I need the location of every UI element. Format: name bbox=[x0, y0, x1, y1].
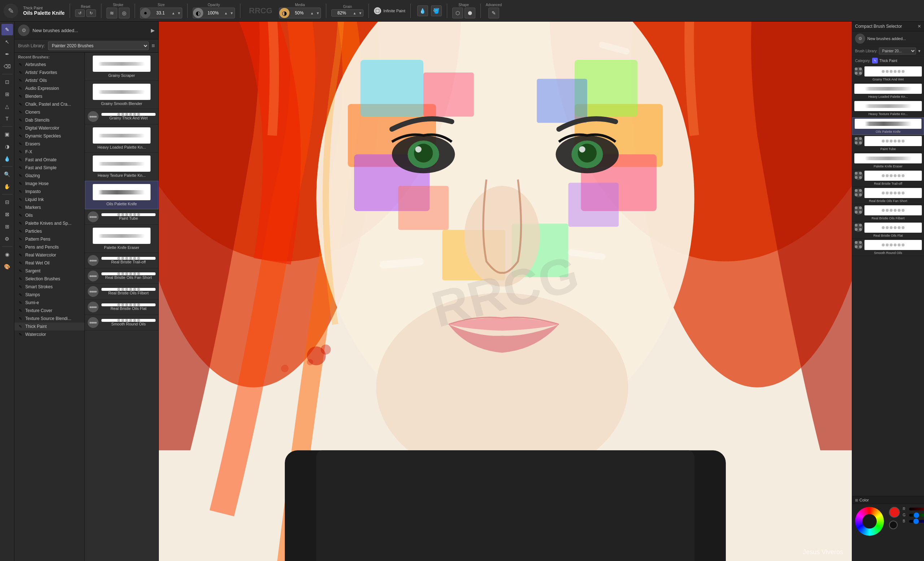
recent-item[interactable]: ✎ Stamps bbox=[14, 291, 84, 299]
recent-item[interactable]: ✎ Dynamic Speckles bbox=[14, 132, 84, 140]
media-up-btn[interactable]: ▲ bbox=[309, 11, 315, 15]
brush-item[interactable]: Grainy Thick And Wet bbox=[85, 109, 159, 124]
crop-tool-btn[interactable]: ⊡ bbox=[2, 76, 13, 88]
recent-item[interactable]: ✎ Sumi-e bbox=[14, 299, 84, 307]
eyedropper-btn[interactable]: 💧 bbox=[2, 153, 13, 165]
size-down-btn[interactable]: ▼ bbox=[176, 11, 182, 15]
recent-item[interactable]: ✎ Artists' Oils bbox=[14, 76, 84, 84]
grid-tool-btn[interactable]: ⊞ bbox=[2, 221, 13, 232]
recent-item[interactable]: ✎ Digital Watercolor bbox=[14, 124, 84, 132]
recent-item[interactable]: ✎ Erasers bbox=[14, 140, 84, 148]
opacity-up-btn[interactable]: ▲ bbox=[223, 11, 229, 15]
compact-close-btn[interactable]: ✕ bbox=[918, 24, 921, 29]
pen-tool-btn[interactable]: ✒ bbox=[2, 48, 13, 60]
media-down-btn[interactable]: ▼ bbox=[315, 11, 321, 15]
recent-item[interactable]: ✎ Audio Expression bbox=[14, 84, 84, 92]
size-up-btn[interactable]: ▲ bbox=[170, 11, 176, 15]
recent-item[interactable]: ✎ Pens and Pencils bbox=[14, 243, 84, 251]
recent-item[interactable]: ✎ Palette Knives and Sp... bbox=[14, 219, 84, 227]
mask-tool-btn[interactable]: ⊠ bbox=[2, 208, 13, 220]
recent-item[interactable]: ✎ Glazing bbox=[14, 172, 84, 180]
brush-item[interactable]: Heavy Texture Palette Kn... bbox=[85, 153, 159, 181]
recent-item[interactable]: ✎ Blenders bbox=[14, 92, 84, 100]
recent-item[interactable]: ✎ Liquid Ink bbox=[14, 196, 84, 203]
brush-item[interactable]: Grainy Smooth Blender bbox=[85, 81, 159, 109]
settings-tool-btn[interactable]: ⚙ bbox=[2, 233, 13, 245]
transform-tool-btn[interactable]: ⊞ bbox=[2, 88, 13, 100]
recent-item[interactable]: ✎ Dab Stencils bbox=[14, 116, 84, 124]
compact-brush-item[interactable]: Paint Tube bbox=[852, 135, 924, 152]
opacity-input[interactable] bbox=[203, 10, 223, 16]
recent-item[interactable]: ✎ Real Watercolor bbox=[14, 251, 84, 259]
brush-item[interactable]: Grainy Scraper bbox=[85, 53, 159, 81]
brush-item[interactable]: Paint Tube bbox=[85, 209, 159, 225]
recent-item[interactable]: ✎ Texture Cover bbox=[14, 307, 84, 314]
recent-item[interactable]: ✎ F-X bbox=[14, 148, 84, 156]
red-slider[interactable] bbox=[909, 508, 924, 510]
compact-brush-item[interactable]: Smooth Round Oils bbox=[852, 239, 924, 256]
current-color-swatch[interactable] bbox=[889, 507, 900, 518]
grain-down-btn[interactable]: ▼ bbox=[357, 11, 363, 15]
compact-lib-arrow[interactable]: ▼ bbox=[918, 49, 921, 53]
grain-input[interactable] bbox=[332, 10, 351, 16]
color-tool-btn[interactable]: ◉ bbox=[2, 248, 13, 260]
recent-item[interactable]: ✎ Cloners bbox=[14, 108, 84, 116]
app-logo[interactable]: ✎ bbox=[4, 4, 18, 18]
recent-item[interactable]: ✎ Airbrushes bbox=[14, 61, 84, 69]
recent-item[interactable]: ✎ Particles bbox=[14, 227, 84, 235]
compact-brush-item[interactable]: Real Bristle Trail-off bbox=[852, 169, 924, 187]
eyedropper-tool-btn[interactable]: 💧 bbox=[417, 5, 428, 16]
layer-tool-btn[interactable]: ⊟ bbox=[2, 196, 13, 208]
recent-item[interactable]: ✎ Pattern Pens bbox=[14, 235, 84, 243]
select-tool-btn[interactable]: ↖ bbox=[2, 36, 13, 48]
brush-item[interactable]: Oils Palette Knife bbox=[85, 181, 159, 209]
recent-item[interactable]: ✎ Artists' Favorites bbox=[14, 69, 84, 76]
size-input[interactable] bbox=[150, 10, 170, 16]
recent-item[interactable]: ✎ Real Wet Oil bbox=[14, 259, 84, 267]
recent-item[interactable]: ✎ Chalk, Pastel and Cra... bbox=[14, 100, 84, 108]
media-input[interactable] bbox=[290, 10, 309, 16]
opacity-down-btn[interactable]: ▼ bbox=[229, 11, 235, 15]
grain-up-btn[interactable]: ▲ bbox=[351, 11, 357, 15]
reset-btn[interactable]: ↺ bbox=[75, 9, 85, 17]
text-tool-btn[interactable]: T bbox=[2, 113, 13, 124]
canvas-area[interactable]: RRCG Jesus Viveros bbox=[159, 22, 852, 561]
secondary-color-swatch[interactable] bbox=[889, 521, 898, 529]
gradient-tool-btn[interactable]: ◑ bbox=[2, 141, 13, 152]
recent-item[interactable]: ✎ Fast and Ornate bbox=[14, 156, 84, 164]
stroke-type-btn[interactable]: ≋ bbox=[106, 7, 117, 18]
brush-item[interactable]: Real Bristle Trail-off bbox=[85, 253, 159, 268]
recent-item[interactable]: ✎ Thick Paint bbox=[14, 323, 84, 331]
zoom-tool-btn[interactable]: 🔍 bbox=[2, 169, 13, 180]
color-wheel[interactable] bbox=[855, 507, 884, 536]
blue-slider[interactable] bbox=[909, 520, 924, 523]
shape-btn2[interactable]: ⬢ bbox=[465, 7, 476, 18]
compact-brush-item[interactable]: Real Bristle Oils Flat bbox=[852, 221, 924, 239]
compact-brush-item[interactable]: Real Bristle Oils Filbert bbox=[852, 204, 924, 221]
recent-item[interactable]: ✎ Selection Brushes bbox=[14, 275, 84, 283]
library-select[interactable]: Painter 2020 Brushes bbox=[48, 42, 149, 50]
compact-brush-item[interactable]: Real Bristle Oils Fan Short bbox=[852, 187, 924, 204]
brush-item[interactable]: Real Bristle Oils Fan Short bbox=[85, 268, 159, 284]
eraser-tool-btn[interactable]: ⌫ bbox=[2, 61, 13, 72]
paint-bucket-tool-btn[interactable]: 🪣 bbox=[431, 5, 442, 16]
compact-lib-select[interactable]: Painter 20... bbox=[879, 48, 916, 54]
recent-item[interactable]: ✎ Fast and Simple bbox=[14, 164, 84, 172]
stroke-variant-btn[interactable]: ◎ bbox=[119, 7, 130, 18]
brush-item[interactable]: Smooth Round Oils bbox=[85, 315, 159, 331]
panel-menu-btn[interactable]: ≡ bbox=[152, 43, 155, 49]
hand-tool-btn[interactable]: ✋ bbox=[2, 181, 13, 192]
fill-tool-btn[interactable]: ▣ bbox=[2, 129, 13, 140]
header-arrow[interactable]: ▶ bbox=[151, 27, 155, 33]
recent-item[interactable]: ✎ Markers bbox=[14, 203, 84, 211]
compact-brush-item[interactable]: Oils Palette Knife bbox=[852, 117, 924, 135]
compact-brush-item[interactable]: Heavy Texture Palette Kn... bbox=[852, 100, 924, 117]
brush-item[interactable]: Real Bristle Oils Filbert bbox=[85, 284, 159, 299]
compact-brush-item[interactable]: Grainy Thick And Wet bbox=[852, 65, 924, 82]
recent-item[interactable]: ✎ Oils bbox=[14, 211, 84, 219]
compact-brush-item[interactable]: Heavy Loaded Palette Kn... bbox=[852, 82, 924, 100]
recent-item[interactable]: ✎ Image Hose bbox=[14, 180, 84, 188]
brush-item[interactable]: Real Bristle Oils Flat bbox=[85, 299, 159, 315]
recent-item[interactable]: ✎ Sargent bbox=[14, 267, 84, 275]
color-expand-icon[interactable]: ⊞ bbox=[855, 498, 858, 502]
